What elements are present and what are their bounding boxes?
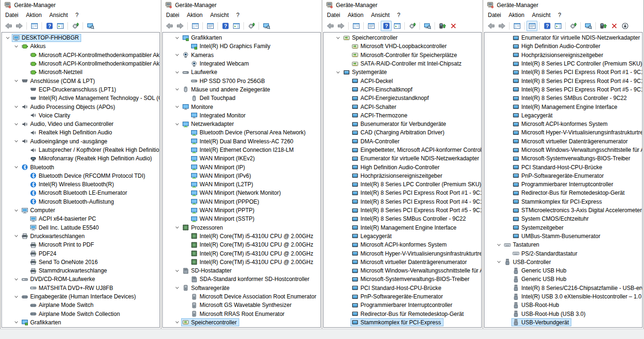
tree-node[interactable]: Intel(R) 8 Series SMBus Controller - 9C2… bbox=[351, 215, 468, 223]
tree-node[interactable]: USB-Verbundgerät bbox=[511, 318, 571, 326]
tree-node[interactable]: ACPI-Schalter bbox=[351, 103, 399, 111]
tree-node[interactable]: Audioeingänge und -ausgänge bbox=[20, 137, 109, 145]
tree-node[interactable]: Microsoft-Systemverwaltungs-BIOS-Treiber bbox=[351, 275, 472, 283]
tree-node[interactable]: Dell Inc. Latitude E5540 bbox=[29, 223, 101, 232]
tree-node[interactable]: USB-Root-Hub bbox=[511, 301, 561, 309]
disable-device-button[interactable] bbox=[619, 21, 630, 31]
tree-node[interactable]: USB-Controller bbox=[503, 258, 553, 266]
expand-chevron-icon[interactable] bbox=[12, 140, 20, 142]
tree-node[interactable]: Lautsprecher / Kopfhörer (Realtek High D… bbox=[29, 146, 159, 154]
tree-node[interactable]: WAN Miniport (PPTP) bbox=[190, 207, 257, 215]
tree-node[interactable]: Microsoft RRAS Root Enumerator bbox=[190, 310, 287, 318]
tree-node[interactable]: Grafikkarten bbox=[181, 34, 224, 42]
tree-node[interactable]: DESKTOP-FHHOBGR bbox=[12, 34, 81, 42]
forward-arrow-button[interactable] bbox=[14, 21, 25, 31]
tree-node[interactable]: Akkus bbox=[20, 42, 48, 50]
title-bar[interactable]: Geräte-Manager bbox=[161, 0, 322, 10]
tree-node[interactable]: ACPI x64-basierter PC bbox=[29, 215, 98, 223]
expand-chevron-icon[interactable] bbox=[173, 270, 181, 272]
tree-node[interactable]: Programmierbarer Interruptcontroller bbox=[511, 181, 616, 189]
properties-button[interactable] bbox=[205, 21, 216, 31]
update-driver-button[interactable] bbox=[407, 21, 418, 31]
expand-chevron-icon[interactable] bbox=[12, 278, 20, 281]
tree-node[interactable]: Microsoft Bluetooth LE-Enumerator bbox=[29, 189, 129, 197]
menu-datei[interactable]: Datei bbox=[323, 11, 344, 19]
tree-node[interactable]: Anschlüsse (COM & LPT) bbox=[20, 77, 97, 85]
tree-node[interactable]: Hochpräzisionsereigniszeitgeber bbox=[351, 172, 444, 180]
menu-datei[interactable]: Datei bbox=[162, 11, 183, 19]
tree-node[interactable]: WAN Miniport (IKEv2) bbox=[190, 155, 257, 163]
menu-aktion[interactable]: Aktion bbox=[344, 11, 367, 19]
tree-node[interactable]: Bluetooth bbox=[20, 163, 57, 171]
tree-node[interactable]: Kameras bbox=[181, 51, 216, 59]
tree-node[interactable]: Microsoft-Systemverwaltungs-BIOS-Treiber bbox=[511, 155, 633, 163]
tree-node[interactable]: Monitore bbox=[181, 103, 216, 111]
scan-hardware-button[interactable] bbox=[261, 21, 272, 31]
tree-node[interactable]: Generic USB Hub bbox=[511, 275, 569, 283]
tree-node[interactable]: Redirector-Bus für Remotedesktop-Gerät bbox=[511, 189, 627, 197]
menu-ansicht[interactable]: Ansicht bbox=[45, 11, 71, 19]
menu-datei[interactable]: Datei bbox=[484, 11, 505, 19]
tree-node[interactable]: WAN Miniport (IP) bbox=[190, 163, 247, 171]
tree-node[interactable]: Intel(R) 8 Series PCI Express Root Port … bbox=[511, 77, 642, 85]
expand-chevron-icon[interactable] bbox=[12, 209, 20, 212]
expand-chevron-icon[interactable] bbox=[495, 261, 503, 263]
tree-node[interactable]: Microsoft Hyper-V-Virtualisierungsinfras… bbox=[511, 129, 642, 137]
tree-node[interactable]: Intel(R) Core(TM) i5-4310U CPU @ 2.00GHz bbox=[190, 258, 316, 266]
action-pane-button[interactable] bbox=[55, 21, 66, 31]
tree-node[interactable]: Intel(R) HD Graphics Family bbox=[190, 42, 273, 50]
tree-node[interactable]: Microsoft Windows-Verwaltungsschnittstel… bbox=[511, 146, 642, 154]
tree-node[interactable]: Microsoft-Netzteil bbox=[29, 68, 85, 76]
tree-node[interactable]: Microsoft Print to PDF bbox=[29, 241, 96, 249]
action-pane-button[interactable] bbox=[552, 21, 563, 31]
tree-node[interactable]: SDA-Standard konformer SD-Hostcontroller bbox=[190, 275, 312, 283]
tree-node[interactable]: Intel(R) 8 Series PCI Express Root Port … bbox=[511, 85, 642, 93]
tree-node[interactable]: Redirector-Bus für Remotedesktop-Gerät bbox=[351, 310, 466, 318]
back-arrow-button[interactable] bbox=[3, 21, 14, 31]
tree-node[interactable]: ACPI-Energiezustandknopf bbox=[351, 94, 431, 102]
tree-node[interactable]: Intel(R) 8 Series/C216-Chipsatzfamilie -… bbox=[511, 284, 642, 292]
tree-node[interactable]: WAN Miniport (Network Monitor) bbox=[190, 189, 283, 197]
console-tree-button[interactable] bbox=[511, 21, 522, 31]
tree-node[interactable]: Integrated Monitor bbox=[190, 111, 248, 119]
tree-node[interactable]: Intel(R) Wireless Bluetooth(R) bbox=[29, 181, 116, 189]
tree-node[interactable]: Microsoft ACPI-Kontrollmethodenkompatibl… bbox=[29, 51, 159, 59]
tree-node[interactable]: Softwaregeräte bbox=[181, 284, 232, 292]
tree-node[interactable]: Voice Clarity bbox=[29, 111, 73, 119]
tree-node[interactable]: Microsoft-Controller für Speicherplätze bbox=[351, 51, 460, 59]
menu-aktion[interactable]: Aktion bbox=[505, 11, 528, 19]
tree-node[interactable]: Intel(R) 8 Series SMBus Controller - 9C2… bbox=[511, 94, 629, 102]
tree-node[interactable]: Stammdruckwarteschlange bbox=[29, 267, 109, 275]
forward-arrow-button[interactable] bbox=[496, 21, 507, 31]
tree-node[interactable]: Microsoft Device Association Root Enumer… bbox=[190, 293, 318, 301]
device-tree[interactable]: SpeichercontrollerMicrosoft VHD-Loopback… bbox=[323, 32, 482, 328]
tree-node[interactable]: WAN Miniport (PPPOE) bbox=[190, 198, 261, 206]
tree-node[interactable]: Intel(R) Dual Band Wireless-AC 7260 bbox=[190, 137, 296, 145]
tree-node[interactable]: Microsoft Hyper-V-Virtualisierungsinfras… bbox=[351, 249, 481, 257]
tree-node[interactable]: Enumerator für virtuelle NDIS-Netzwerkad… bbox=[511, 34, 642, 42]
tree-node[interactable]: USB-Root-Hub (USB 3.0) bbox=[511, 310, 588, 318]
menu-hilfe[interactable]: ? bbox=[233, 11, 243, 19]
tree-node[interactable]: High Definition Audio-Controller bbox=[511, 42, 602, 50]
tree-node[interactable]: Eingebetteter, Microsoft ACPI-konformer … bbox=[351, 146, 481, 154]
tree-node[interactable]: Computer bbox=[20, 207, 58, 215]
help-button[interactable]: ? bbox=[542, 21, 552, 31]
menu-aktion[interactable]: Aktion bbox=[183, 11, 206, 19]
tree-node[interactable]: CAD (Charging Arbitration Driver) bbox=[351, 129, 447, 137]
tree-node[interactable]: PDF24 bbox=[29, 249, 59, 257]
tree-node[interactable]: Mikrofonarray (Realtek High Definition A… bbox=[29, 155, 154, 163]
update-driver-button[interactable] bbox=[246, 21, 257, 31]
tree-node[interactable]: HP SSD S700 Pro 256GB bbox=[190, 77, 268, 85]
title-bar[interactable]: Geräte-Manager bbox=[0, 0, 161, 10]
tree-node[interactable]: ACPI-Thermozone bbox=[351, 111, 410, 119]
tree-node[interactable]: Netzwerkadapter bbox=[181, 120, 236, 128]
tree-node[interactable]: PCI Standard-Host-CPU-Brücke bbox=[511, 163, 604, 171]
tree-node[interactable]: STMicroelectronics 3-Axis Digital Accele… bbox=[351, 327, 481, 328]
tree-node[interactable]: PCI Standard-Host-CPU-Brücke bbox=[351, 284, 443, 292]
menu-ansicht[interactable]: Ansicht bbox=[367, 11, 393, 19]
tree-node[interactable]: Stammkomplex für PCI-Express bbox=[511, 198, 604, 206]
tree-node[interactable]: Bluetooth Device (Personal Area Network) bbox=[190, 129, 308, 137]
tree-node[interactable]: Intel(R) 8 Series PCI Express Root Port … bbox=[351, 189, 481, 197]
tree-node[interactable]: Intel(R) Core(TM) i5-4310U CPU @ 2.00GHz bbox=[190, 241, 316, 249]
tree-node[interactable]: Druckwarteschlangen bbox=[20, 232, 87, 240]
